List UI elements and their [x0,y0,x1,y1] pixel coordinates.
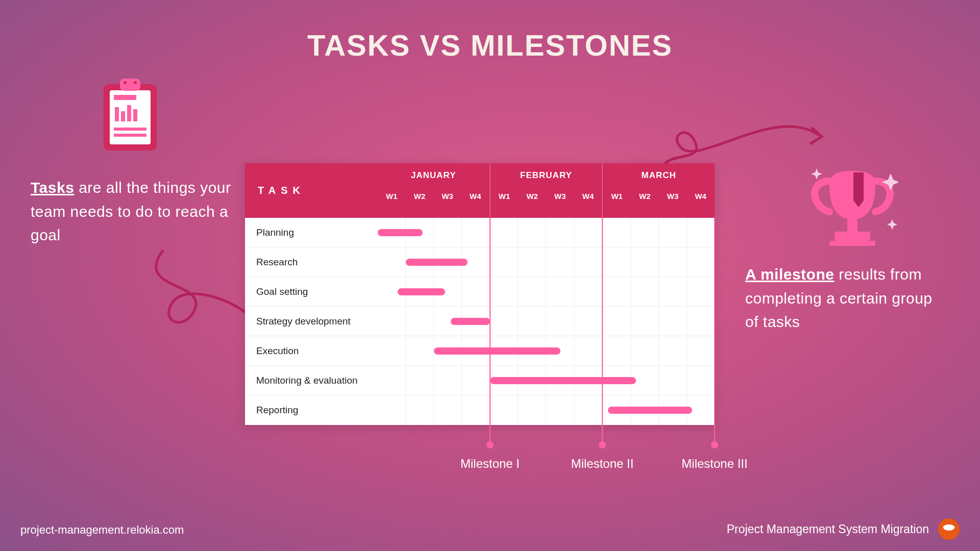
week-header: W2 [406,186,434,208]
milestone-line [714,218,715,444]
tasks-caption-bold: Tasks [31,179,74,196]
milestone-line [489,218,491,444]
task-bar [608,407,692,414]
week-header: W3 [546,186,574,208]
clipboard-icon [100,77,161,153]
task-label: Planning [245,227,378,238]
milestone-dot [599,441,606,448]
svg-rect-9 [133,109,137,121]
milestone-dot [486,441,494,448]
task-row: Planning [245,218,715,247]
svg-rect-13 [835,232,870,241]
task-label: Execution [245,345,378,357]
task-label: Strategy development [245,316,378,327]
week-header: W4 [687,186,715,208]
week-header: W1 [491,186,519,208]
svg-point-4 [134,81,137,84]
milestone-caption: A milestone results from completing a ce… [745,263,944,334]
brand-logo-icon [938,518,960,540]
svg-marker-17 [882,173,898,191]
milestone-label: Milestone II [571,457,634,471]
svg-rect-14 [829,241,875,246]
svg-rect-5 [114,95,136,100]
month-header: JANUARY [378,163,489,186]
task-bar [451,318,490,325]
task-row: Reporting [245,395,715,425]
week-header: W2 [518,186,546,208]
svg-point-3 [124,81,127,84]
trophy-icon [806,163,898,255]
svg-marker-19 [887,219,897,230]
svg-rect-7 [121,111,125,121]
task-bar [378,229,423,236]
task-label: Monitoring & evaluation [245,375,378,386]
svg-rect-6 [115,107,119,121]
week-header: W3 [659,186,687,208]
svg-marker-18 [811,168,822,180]
week-header: W4 [461,186,489,208]
week-header: W4 [574,186,602,208]
footer-url: project-management.relokia.com [20,523,184,537]
tasks-caption: Tasks are all the things your team needs… [31,176,237,247]
task-row: Research [245,247,715,277]
task-bar [434,347,560,355]
footer-right: Project Management System Migration [727,518,960,540]
svg-rect-10 [114,128,146,131]
week-header: W1 [603,186,631,208]
week-header: W1 [378,186,406,208]
svg-point-22 [943,524,954,531]
task-row: Monitoring & evaluation [245,366,715,395]
footer-right-text: Project Management System Migration [727,522,929,536]
svg-rect-12 [847,218,857,232]
page-title: TASKS VS MILESTONES [0,28,980,62]
milestone-line [602,218,603,444]
svg-rect-2 [120,79,140,91]
month-header: FEBRUARY [491,163,602,186]
gantt-chart: TASK JANUARYW1W2W3W4FEBRUARYW1W2W3W4MARC… [245,163,715,425]
task-row: Goal setting [245,277,715,307]
svg-rect-15 [853,172,864,201]
milestone-label: Milestone I [460,457,520,471]
task-row: Strategy development [245,307,715,336]
svg-rect-11 [114,134,146,137]
milestone-label: Milestone III [681,457,747,471]
task-bar [406,259,468,266]
svg-rect-8 [127,105,131,121]
milestone-dot [711,441,718,448]
week-header: W2 [631,186,659,208]
task-label: Research [245,257,378,268]
task-bar [490,377,636,384]
task-bar [398,288,446,295]
task-label: Reporting [245,405,378,416]
task-column-header: TASK [245,163,378,218]
month-header: MARCH [603,163,715,186]
week-header: W3 [433,186,461,208]
task-label: Goal setting [245,286,378,297]
task-row: Execution [245,336,715,366]
milestone-caption-bold: A milestone [745,266,834,283]
